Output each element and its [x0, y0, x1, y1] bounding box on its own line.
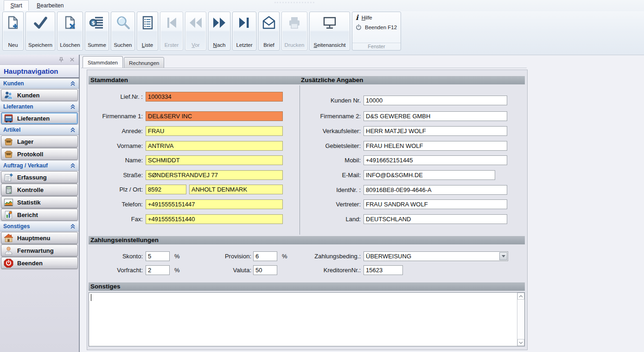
firmenname1-field[interactable]: DEL&SERV INC [146, 111, 283, 121]
button-label: Speichern [28, 42, 52, 48]
sidebar-item-bericht[interactable]: Bericht [1, 209, 78, 221]
sidebar-section-artikel[interactable]: Artikel [0, 125, 79, 135]
ort-field[interactable]: ANHOLT DENMARK [189, 185, 283, 194]
vor-button[interactable]: Vor [185, 12, 206, 51]
tab-stammdaten[interactable]: Stammdaten [83, 56, 123, 68]
field-row: Kunden Nr. 10000 [300, 96, 507, 105]
name-field[interactable]: SCHMIDDT [146, 155, 283, 165]
collapse-chevron-icon[interactable] [70, 127, 76, 133]
sidebar-item-kontrolle[interactable]: Kontrolle [1, 184, 78, 196]
sidebar-item-protokoll[interactable]: Protokoll [1, 148, 78, 160]
speichern-button[interactable]: Speichern [26, 12, 55, 51]
collapse-chevron-icon[interactable] [70, 81, 76, 86]
anrede-field[interactable]: FRAU [146, 126, 283, 136]
neu-button[interactable]: Neu [2, 12, 24, 51]
field-row: Firmenname 2: D&S GEWERBE GMBH [300, 111, 507, 121]
email-label: E-Mail: [300, 170, 363, 180]
ribbon-tab-start[interactable]: Start [4, 0, 28, 11]
fax-label: Fax: [87, 214, 146, 224]
form-panel: Stammdaten Zusätzliche Angaben Lief.Nr. … [87, 70, 528, 350]
pin-icon[interactable] [58, 57, 64, 63]
sidebar-item-kunden[interactable]: Kunden [1, 89, 78, 101]
close-icon[interactable] [70, 57, 75, 62]
provision-field[interactable]: 6 [253, 251, 277, 261]
kunden-nr-field[interactable]: 10000 [363, 96, 507, 105]
zahlung-section-header: Zahlungseinstellungen [89, 236, 525, 244]
collapse-chevron-icon[interactable] [70, 163, 76, 168]
sonstiges-textarea[interactable] [89, 292, 525, 346]
drucken-button[interactable]: Drucken [281, 12, 307, 51]
delete-document-icon [63, 15, 77, 30]
supplier-truck-icon [4, 114, 13, 123]
field-row: Anrede: FRAU [87, 126, 283, 136]
lief-nr-field[interactable]: 1000334 [146, 92, 283, 102]
land-field[interactable]: DEUTSCHLAND [363, 214, 507, 224]
liste-button[interactable]: Liste [137, 12, 158, 51]
dropdown-button[interactable] [499, 252, 507, 260]
field-row: Telefon: +4915555151447 [87, 199, 283, 209]
vertreter-field[interactable]: FRAU SANDRA WOLF [363, 199, 507, 209]
field-row: IdentNr. : 80916BE8-0E99-4646-A [300, 185, 507, 195]
zusatz-section-title: Zusätzliche Angaben [301, 76, 363, 84]
sidebar-item-statistik[interactable]: Statistik [1, 196, 78, 208]
suchen-button[interactable]: Suchen [111, 12, 135, 51]
sidebar-item-beenden[interactable]: Beenden [1, 257, 78, 269]
scroll-up-button[interactable] [517, 293, 524, 300]
sidebar-item-lieferanten[interactable]: Lieferanten [1, 112, 78, 124]
firmenname2-field[interactable]: D&S GEWERBE GMBH [363, 111, 507, 121]
sidebar-item-lager[interactable]: Lager [1, 135, 78, 147]
telefon-field[interactable]: +4915555151447 [146, 199, 283, 209]
sidebar-item-hauptmenu[interactable]: Hauptmenu [1, 232, 78, 244]
letzter-button[interactable]: Letzter [232, 12, 256, 51]
strasse-field[interactable]: SØNDERSTRANDVEJ 77 [146, 170, 283, 180]
customers-icon [4, 90, 13, 100]
sidebar-section-sonstiges[interactable]: Sonstiges [0, 221, 79, 231]
skonto-field[interactable]: 5 [146, 251, 170, 261]
button-label: Beenden F12 [365, 25, 397, 30]
vorname-field[interactable]: ANTRIVA [146, 141, 283, 151]
plz-field[interactable]: 8592 [146, 185, 186, 194]
letter-envelope-icon [261, 15, 276, 30]
valuta-field[interactable]: 50 [253, 265, 277, 275]
collapse-chevron-icon[interactable] [70, 104, 76, 109]
fax-field[interactable]: +4915555151440 [146, 214, 283, 224]
button-label: Brief [263, 42, 274, 48]
vorfracht-field[interactable]: 2 [146, 265, 170, 275]
statistics-chart-icon [4, 198, 13, 207]
ribbon-tab-bearbeiten[interactable]: Bearbeiten [31, 0, 70, 11]
scroll-down-button[interactable] [517, 339, 524, 346]
hilfe-button[interactable]: i Hilfe [352, 12, 401, 22]
zahlungsbedingung-select[interactable]: ÜBERWEISUNG [363, 251, 508, 261]
beenden-f12-button[interactable]: Beenden F12 [352, 22, 401, 31]
button-label: Löschen [60, 42, 80, 48]
kreditorennr-field[interactable]: 15623 [363, 265, 403, 275]
nach-button[interactable]: Nach [208, 12, 230, 51]
seitenansicht-button[interactable]: Seitenansicht [309, 12, 350, 51]
sidebar-section-auftrag-verkauf[interactable]: Auftrag / Verkauf [0, 160, 79, 171]
sidebar-section-lieferanten[interactable]: Lieferanten [0, 102, 79, 112]
tab-rechnungen[interactable]: Rechnungen [124, 57, 164, 68]
summe-button[interactable]: $ Summe [85, 12, 109, 51]
window-drag-dots [274, 2, 314, 5]
brief-button[interactable]: Brief [258, 12, 280, 51]
kreditorennr-label: KreditorenNr.: [300, 265, 363, 275]
loeschen-button[interactable]: Löschen [57, 12, 83, 51]
collapse-chevron-icon[interactable] [70, 224, 76, 229]
sidebar-section-kunden[interactable]: Kunden [0, 78, 79, 89]
kunden-nr-label: Kunden Nr. [300, 96, 363, 105]
mobil-field[interactable]: +4916652151445 [363, 155, 507, 165]
section-label: Auftrag / Verkauf [3, 162, 48, 169]
identnr-field[interactable]: 80916BE8-0E99-4646-A [363, 185, 507, 195]
telefon-label: Telefon: [87, 199, 146, 209]
sidebar-item-fernwartung[interactable]: Fernwartung [1, 244, 78, 256]
name-label: Name: [87, 155, 146, 165]
gebietsleiter-field[interactable]: FRAU HELEN WOLF [363, 141, 507, 151]
mobil-label: Mobil: [300, 155, 363, 165]
sidebar-item-erfassung[interactable]: Erfassung [1, 171, 78, 183]
email-field[interactable]: INFO@D&SGMH.DE [363, 170, 495, 180]
column-divider [300, 85, 300, 235]
verkaufsleiter-field[interactable]: HERR MATJEJ WOLF [363, 126, 507, 136]
vertical-scrollbar[interactable] [517, 293, 524, 346]
erster-button[interactable]: Erster [160, 12, 183, 51]
sidebar-title: Hauptnavigation [0, 65, 79, 78]
